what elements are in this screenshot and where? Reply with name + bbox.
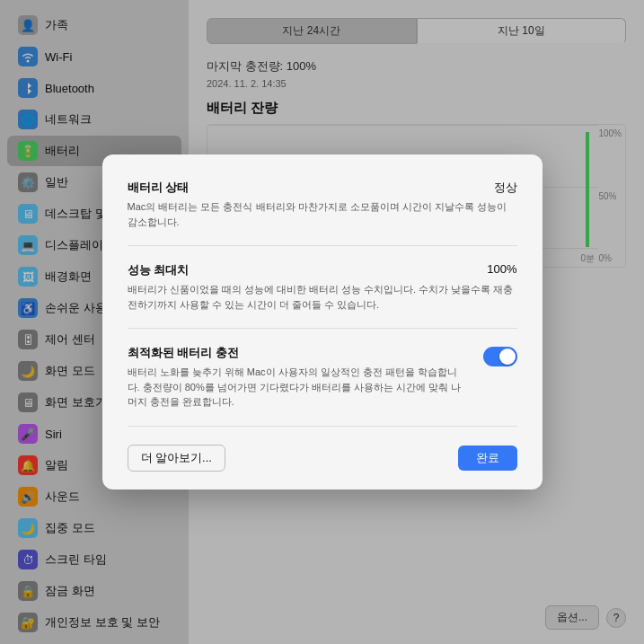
modal-footer: 더 알아보기... 완료 <box>128 445 517 472</box>
modal-section3-row: 최적화된 배터리 충전 배터리 노화를 늦추기 위해 Mac이 사용자의 일상적… <box>128 345 517 410</box>
modal-overlay: 배터리 상태 정상 Mac의 배터리는 모든 충전식 배터리와 마찬가지로 소모… <box>0 0 644 644</box>
modal-section1-title: 배터리 상태 <box>128 180 190 196</box>
modal-section1-desc: Mac의 배터리는 모든 충전식 배터리와 마찬가지로 소모품이며 시간이 지날… <box>128 199 517 229</box>
modal-section2-desc: 배터리가 신품이었을 때의 성능에 대비한 배터리 성능 수치입니다. 수치가 … <box>128 282 517 312</box>
modal-section2-value: 100% <box>487 262 516 276</box>
toggle-knob <box>499 348 516 365</box>
modal-section2-title: 성능 최대치 <box>128 262 190 278</box>
optimized-charging-toggle[interactable] <box>483 347 517 366</box>
modal-section3-text: 최적화된 배터리 충전 배터리 노화를 늦추기 위해 Mac이 사용자의 일상적… <box>128 345 469 410</box>
done-button[interactable]: 완료 <box>458 446 517 471</box>
modal-section3-desc: 배터리 노화를 늦추기 위해 Mac이 사용자의 일상적인 충전 패턴을 학습합… <box>128 365 469 410</box>
modal-section-battery-status: 배터리 상태 정상 Mac의 배터리는 모든 충전식 배터리와 마찬가지로 소모… <box>128 180 517 246</box>
learn-more-button[interactable]: 더 알아보기... <box>128 445 225 472</box>
modal-section-max-capacity: 성능 최대치 100% 배터리가 신품이었을 때의 성능에 대비한 배터리 성능… <box>128 262 517 329</box>
modal-section1-header: 배터리 상태 정상 <box>128 180 517 196</box>
modal-section2-header: 성능 최대치 100% <box>128 262 517 278</box>
modal-dialog: 배터리 상태 정상 Mac의 배터리는 모든 충전식 배터리와 마찬가지로 소모… <box>102 154 543 490</box>
modal-section-optimized-charging: 최적화된 배터리 충전 배터리 노화를 늦추기 위해 Mac이 사용자의 일상적… <box>128 345 517 427</box>
modal-section3-title: 최적화된 배터리 충전 <box>128 345 469 361</box>
modal-section1-value: 정상 <box>494 180 517 196</box>
